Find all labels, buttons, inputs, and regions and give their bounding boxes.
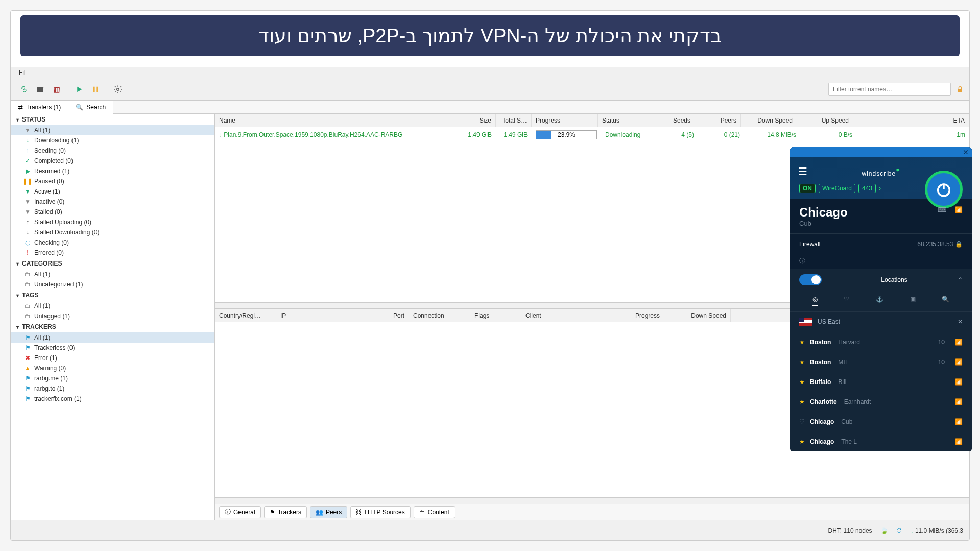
sidebar-seeding[interactable]: ↑Seeding (0) <box>11 146 214 156</box>
sidebar-inactive[interactable]: ▼Inactive (0) <box>11 197 214 207</box>
signal-bars-icon: 📶 <box>955 398 963 405</box>
col-peers[interactable]: Peers <box>695 114 741 127</box>
region-close-icon[interactable]: ✕ <box>958 318 963 325</box>
sidebar-active[interactable]: ▼Active (1) <box>11 186 214 197</box>
dtab-peers[interactable]: 👥Peers <box>310 506 347 518</box>
vpn-firewall-label: Firewall <box>799 241 820 248</box>
search-small-icon[interactable]: 🔍 <box>942 296 949 306</box>
caption-text: בדקתי את היכולת של ה-VPN לתמוך ב-P2P, שר… <box>258 25 721 47</box>
vpn-location-item[interactable]: ♡ Chicago Cub 📶 <box>790 412 972 432</box>
col-seeds[interactable]: Seeds <box>649 114 695 127</box>
sidebar-errored[interactable]: !Errored (0) <box>11 248 214 258</box>
compass-icon[interactable]: ◎ <box>812 296 818 306</box>
sidebar-paused[interactable]: ❚❚Paused (0) <box>11 176 214 186</box>
col-down[interactable]: Down Speed <box>741 114 797 127</box>
vpn-close-icon[interactable]: ✕ <box>963 148 969 156</box>
vpn-port[interactable]: 443 <box>858 184 876 193</box>
pcol-port[interactable]: Port <box>378 309 409 322</box>
sidebar-cat-uncat[interactable]: 🗀Uncategorized (1) <box>11 279 214 290</box>
loc-name: Chicago <box>810 418 834 425</box>
sidebar-completed[interactable]: ✓Completed (0) <box>11 156 214 166</box>
resume-icon[interactable] <box>73 83 85 95</box>
tab-transfers[interactable]: ⇄ Transfers (1) <box>11 101 68 114</box>
anchor-icon[interactable]: ⚓ <box>876 296 883 306</box>
col-name[interactable]: Name <box>215 114 460 127</box>
vpn-region-header[interactable]: US East ✕ <box>790 311 972 332</box>
lock-icon[interactable] <box>956 85 964 93</box>
sidebar-tracker-rarbg-me[interactable]: ⚑rarbg.me (1) <box>11 373 214 384</box>
pcol-flags[interactable]: Flags <box>470 309 521 322</box>
status-header[interactable]: ▾STATUS <box>11 114 214 125</box>
col-up[interactable]: Up Speed <box>797 114 853 127</box>
col-total[interactable]: Total S… <box>496 114 532 127</box>
sidebar-tag-all[interactable]: 🗀All (1) <box>11 301 214 311</box>
trackers-header[interactable]: ▾TRACKERS <box>11 321 214 332</box>
col-eta[interactable]: ETA <box>853 114 969 127</box>
dtab-content[interactable]: 🗀Content <box>414 506 455 518</box>
sidebar-resumed[interactable]: ▶Resumed (1) <box>11 166 214 176</box>
sidebar: ▾STATUS ▼All (1) ↓Downloading (1) ↑Seedi… <box>11 114 215 540</box>
col-progress[interactable]: Progress <box>532 114 598 127</box>
pcol-progress[interactable]: Progress <box>613 309 664 322</box>
add-torrent-icon[interactable] <box>34 83 46 95</box>
sidebar-stalled[interactable]: ▼Stalled (0) <box>11 207 214 217</box>
tags-header[interactable]: ▾TAGS <box>11 290 214 301</box>
pcol-ip[interactable]: IP <box>276 309 378 322</box>
chevron-up-icon[interactable]: ⌃ <box>958 276 963 283</box>
filter-input[interactable] <box>833 83 938 95</box>
vpn-toggle[interactable] <box>799 274 822 285</box>
info-circle-icon[interactable]: ⓘ <box>790 254 972 269</box>
sidebar-stalled-up[interactable]: ↑Stalled Uploading (0) <box>11 217 214 227</box>
sidebar-tracker-error[interactable]: ✖Error (1) <box>11 353 214 363</box>
dtab-general[interactable]: ⓘGeneral <box>219 506 261 518</box>
leaf-icon[interactable]: 🍃 <box>880 527 888 534</box>
dtab-trackers[interactable]: ⚑Trackers <box>264 506 307 518</box>
delete-icon[interactable] <box>51 83 63 95</box>
peers-scrollbar[interactable] <box>215 497 969 504</box>
tab-search[interactable]: 🔍 Search <box>68 101 113 114</box>
torrent-row[interactable]: ↓ Plan.9.From.Outer.Space.1959.1080p.Blu… <box>215 127 969 142</box>
svg-rect-4 <box>958 89 962 92</box>
hamburger-icon[interactable]: ☰ <box>798 165 807 178</box>
menu-file[interactable]: Fil <box>15 69 30 76</box>
sidebar-stalled-down[interactable]: ↓Stalled Downloading (0) <box>11 227 214 237</box>
pcol-country[interactable]: Country/Regi… <box>215 309 276 322</box>
vpn-location-item[interactable]: ★ Buffalo Bill 📶 <box>790 372 972 392</box>
vpn-location-item[interactable]: ★ Chicago The L 📶 <box>790 432 972 451</box>
pcol-conn[interactable]: Connection <box>409 309 470 322</box>
sidebar-status-all[interactable]: ▼All (1) <box>11 125 214 135</box>
vpn-locations-header[interactable]: Locations ⌃ <box>790 269 972 291</box>
dtab-http[interactable]: ⛓HTTP Sources <box>350 506 410 518</box>
speed-icon[interactable]: ⏱ <box>896 527 902 534</box>
sidebar-checking[interactable]: ◌Checking (0) <box>11 237 214 248</box>
vpn-protocol[interactable]: WireGuard <box>819 184 855 193</box>
vpn-location-list: ★ Boston Harvard 10 📶★ Boston MIT 10 📶★ … <box>790 332 972 451</box>
keyboard-icon[interactable]: ⌨ <box>938 206 946 213</box>
sidebar-tag-untagged[interactable]: 🗀Untagged (1) <box>11 311 214 321</box>
vpn-location-item[interactable]: ★ Boston Harvard 10 📶 <box>790 332 972 352</box>
categories-header[interactable]: ▾CATEGORIES <box>11 258 214 269</box>
add-link-icon[interactable] <box>18 83 30 95</box>
config-icon[interactable]: ▣ <box>910 296 916 306</box>
folder-icon: 🗀 <box>24 313 31 320</box>
settings-icon[interactable] <box>112 83 124 95</box>
sidebar-trackerless[interactable]: ⚑Trackerless (0) <box>11 343 214 353</box>
sidebar-tracker-all[interactable]: ⚑All (1) <box>11 332 214 343</box>
pause-icon[interactable] <box>89 83 102 95</box>
pcol-down[interactable]: Down Speed <box>664 309 731 322</box>
sidebar-tracker-warning[interactable]: ▲Warning (0) <box>11 363 214 373</box>
pcol-client[interactable]: Client <box>521 309 613 322</box>
sidebar-tracker-trackerfix[interactable]: ⚑trackerfix.com (1) <box>11 394 214 404</box>
chevron-right-icon[interactable]: › <box>879 185 881 192</box>
vpn-location-item[interactable]: ★ Charlotte Earnhardt 📶 <box>790 392 972 412</box>
vpn-minimize-icon[interactable]: — <box>950 148 958 156</box>
folder-icon: 🗀 <box>24 302 31 309</box>
loc-name: Chicago <box>810 438 834 445</box>
sidebar-downloading[interactable]: ↓Downloading (1) <box>11 135 214 146</box>
sidebar-tracker-rarbg-to[interactable]: ⚑rarbg.to (1) <box>11 384 214 394</box>
sidebar-cat-all[interactable]: 🗀All (1) <box>11 269 214 279</box>
vpn-location-item[interactable]: ★ Boston MIT 10 📶 <box>790 352 972 372</box>
col-size[interactable]: Size <box>460 114 496 127</box>
col-status[interactable]: Status <box>598 114 649 127</box>
heart-icon[interactable]: ♡ <box>844 296 849 306</box>
